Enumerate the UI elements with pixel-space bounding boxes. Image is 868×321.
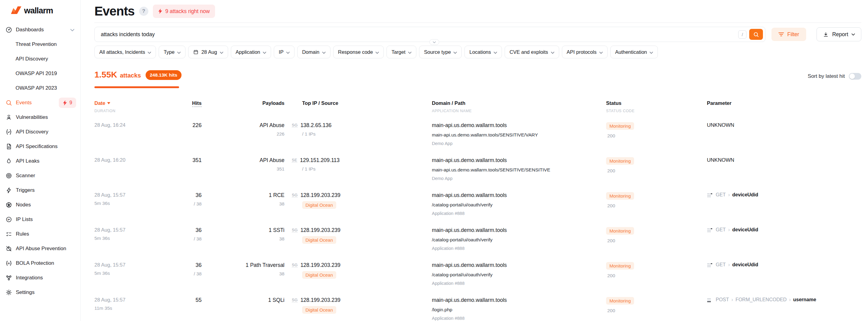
event-ip[interactable]: 128.199.203.239: [300, 262, 340, 269]
table-row[interactable]: 28 Aug, 15:57 5m 36s 36 / 38 1 Path Trav…: [94, 257, 861, 292]
events-attack-count-badge: 9: [59, 98, 76, 108]
event-domain[interactable]: main-api.us.demo.wallarm.tools: [432, 227, 606, 234]
country-code[interactable]: SG: [292, 263, 298, 268]
gear-icon: [5, 289, 12, 296]
country-code[interactable]: SG: [292, 297, 298, 302]
sidebar-item-dashboards[interactable]: Dashboards: [0, 23, 81, 37]
event-payload[interactable]: 1 SQLi: [202, 297, 284, 304]
event-payload[interactable]: API Abuse: [202, 122, 284, 129]
sidebar-item-vulnerabilities[interactable]: Vulnerabilities: [0, 110, 81, 124]
filter-chip-cve-exploits[interactable]: CVE and exploits: [505, 46, 559, 58]
event-path[interactable]: main-api.us.demo.wallarm.tools/SENSITIVE…: [432, 132, 606, 138]
event-ip[interactable]: 129.151.209.113: [300, 157, 340, 164]
country-code[interactable]: SE: [292, 158, 297, 163]
search-input[interactable]: [101, 31, 738, 38]
filter-chip-authentication[interactable]: Authentication: [610, 46, 658, 58]
report-button[interactable]: Report: [816, 27, 861, 41]
sidebar-item-triggers[interactable]: Triggers: [0, 183, 81, 198]
filter-chip-date[interactable]: 28 Aug: [188, 46, 228, 58]
collapse-search-handle[interactable]: [429, 39, 439, 45]
app-root: wallarm Dashboards Threat Prevention API…: [0, 0, 868, 321]
table-row[interactable]: 28 Aug, 16:24 226 API Abuse 226 SG 138.2…: [94, 117, 861, 152]
chevron-down-icon: [494, 49, 497, 55]
sidebar-item-events[interactable]: Events 9: [0, 96, 81, 110]
event-payload[interactable]: 1 SSTi: [202, 227, 284, 234]
sidebar-nav: Dashboards Threat Prevention API Discove…: [0, 23, 81, 300]
attacks-unit-label: attacks: [120, 72, 141, 79]
sidebar-item-nodes[interactable]: Nodes: [0, 198, 81, 212]
sidebar-item-integrations[interactable]: Integrations: [0, 271, 81, 285]
sidebar-item-label: API Specifications: [16, 143, 58, 149]
chevron-down-icon: [650, 49, 653, 55]
sidebar-item-label: Integrations: [16, 275, 43, 281]
event-ip[interactable]: 128.199.203.239: [300, 297, 340, 304]
param-name: deviceUdid: [732, 192, 758, 198]
table-row[interactable]: 28 Aug, 15:57 5m 36s 36 / 38 1 SSTi 38 S…: [94, 222, 861, 257]
attacks-tab[interactable]: 1.55K attacks 248.13K hits: [94, 70, 182, 88]
sidebar-item-settings[interactable]: Settings: [0, 285, 81, 300]
column-header-hits[interactable]: Hits: [172, 100, 202, 113]
attacks-count: 1.55K: [94, 70, 117, 80]
sidebar-item-api-leaks[interactable]: API Leaks: [0, 154, 81, 168]
sort-desc-icon: [107, 102, 110, 104]
sidebar-item-bola-protection[interactable]: ID BOLA Protection: [0, 256, 81, 271]
sidebar-item-api-specifications[interactable]: API Specifications: [0, 139, 81, 154]
help-icon[interactable]: ?: [139, 7, 148, 16]
filter-chip-attack-type[interactable]: All attacks, Incidents: [94, 46, 156, 58]
event-domain[interactable]: main-api.us.demo.wallarm.tools: [432, 262, 606, 269]
table-row[interactable]: 28 Aug, 16:20 351 API Abuse 351 SE 129.1…: [94, 152, 861, 187]
event-ip[interactable]: 128.199.203.239: [300, 192, 340, 199]
sidebar-item-api-abuse-prevention[interactable]: API Abuse Prevention: [0, 241, 81, 256]
event-path[interactable]: /login.php: [432, 307, 606, 313]
attacks-right-now-badge[interactable]: 9 attacks right now: [153, 5, 215, 18]
event-hits-total: / 38: [172, 236, 202, 242]
filter-chip-ip[interactable]: IP: [274, 46, 294, 58]
event-path[interactable]: /catalog-portal/ui/oauth/verify: [432, 237, 606, 243]
filter-chip-source-type[interactable]: Source type: [419, 46, 462, 58]
sort-by-latest-hit-toggle[interactable]: [849, 73, 861, 80]
event-payload[interactable]: 1 Path Traversal: [202, 262, 284, 269]
report-button-label: Report: [832, 31, 848, 38]
filter-chip-type[interactable]: Type: [159, 46, 185, 58]
chevron-down-icon: [454, 49, 457, 55]
country-code[interactable]: SG: [292, 228, 298, 233]
sidebar-item-owasp-api-2023[interactable]: OWASP API 2023: [0, 81, 81, 96]
checklist-icon: [5, 231, 12, 238]
chevron-down-icon: [433, 41, 436, 43]
event-domain[interactable]: main-api.us.demo.wallarm.tools: [432, 192, 606, 199]
sidebar-item-ip-lists[interactable]: IP IP Lists: [0, 212, 81, 227]
sidebar-item-threat-prevention[interactable]: Threat Prevention: [0, 37, 81, 52]
filter-chip-target[interactable]: Target: [386, 46, 416, 58]
event-ip[interactable]: 138.2.65.136: [300, 122, 331, 129]
filter-button[interactable]: Filter: [771, 28, 806, 41]
event-path[interactable]: /catalog-portal/ui/oauth/verify: [432, 272, 606, 278]
sidebar-item-api-discovery[interactable]: API Discovery: [0, 124, 81, 139]
event-date: 28 Aug, 16:20: [94, 157, 172, 163]
event-path[interactable]: /catalog-portal/ui/oauth/verify: [432, 202, 606, 208]
sidebar-item-label: Settings: [16, 289, 34, 295]
sidebar-item-owasp-api-2019[interactable]: OWASP API 2019: [0, 66, 81, 81]
event-domain[interactable]: main-api.us.demo.wallarm.tools: [432, 297, 606, 304]
filter-chip-api-protocols[interactable]: API protocols: [562, 46, 608, 58]
filter-chip-response-code[interactable]: Response code: [333, 46, 384, 58]
event-path[interactable]: main-api.us.demo.wallarm.tools/SENSITIVE…: [432, 167, 606, 173]
search-button[interactable]: [749, 29, 763, 40]
event-ip[interactable]: 128.199.203.239: [300, 227, 340, 234]
event-domain[interactable]: main-api.us.demo.wallarm.tools: [432, 122, 606, 129]
status-badge: Monitoring: [606, 227, 634, 235]
sidebar-item-rules[interactable]: Rules: [0, 227, 81, 241]
event-payload[interactable]: 1 RCE: [202, 192, 284, 199]
event-payload-count: 351: [202, 166, 284, 172]
country-code[interactable]: SG: [292, 193, 298, 198]
filter-chip-locations[interactable]: Locations: [464, 46, 502, 58]
sidebar-item-api-discovery-dashboard[interactable]: API Discovery: [0, 52, 81, 66]
country-code[interactable]: SG: [292, 123, 298, 128]
table-row[interactable]: 28 Aug, 15:57 5m 36s 36 / 38 1 RCE 38 SG…: [94, 187, 861, 222]
wallarm-logo[interactable]: wallarm: [0, 5, 81, 16]
filter-chip-domain[interactable]: Domain: [297, 46, 331, 58]
sidebar-item-scanner[interactable]: Scanner: [0, 168, 81, 183]
event-payload[interactable]: API Abuse: [202, 157, 284, 164]
column-header-date[interactable]: Date DURATION: [94, 100, 172, 113]
filter-chip-application[interactable]: Application: [231, 46, 271, 58]
event-domain[interactable]: main-api.us.demo.wallarm.tools: [432, 157, 606, 164]
